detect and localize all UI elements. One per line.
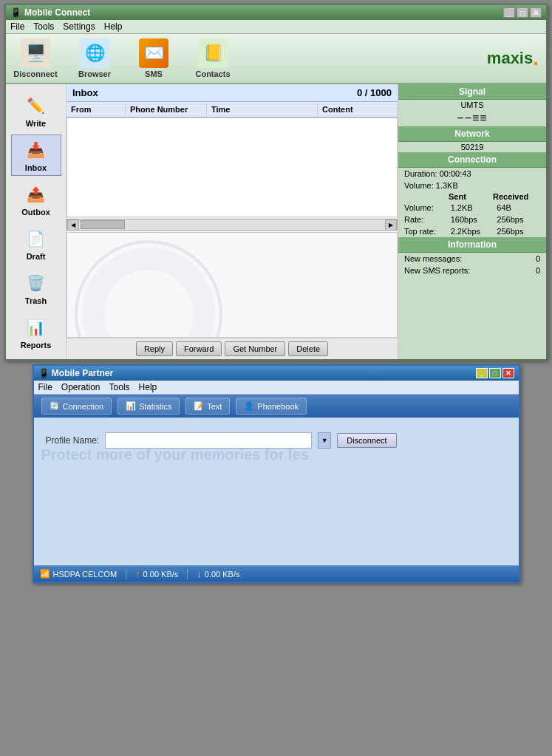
- win2-minimize-button[interactable]: _: [476, 368, 488, 378]
- duration-value: 00:00:43: [440, 169, 471, 178]
- win1-titlebar: 📱 Mobile Connect _ □ ✕: [6, 5, 546, 20]
- sidebar-inbox[interactable]: 📥 Inbox: [11, 134, 61, 176]
- win2-maximize-button[interactable]: □: [489, 368, 501, 378]
- volume-sent: 1.2KB: [451, 203, 494, 212]
- write-icon: ✏️: [23, 94, 50, 118]
- win2-title-buttons: _ □ ✕: [476, 368, 514, 378]
- inbox-label: Inbox: [25, 163, 47, 172]
- inbox-title: Inbox: [72, 87, 98, 98]
- menu-settings[interactable]: Settings: [63, 21, 95, 32]
- sidebar-trash[interactable]: 🗑️ Trash: [11, 268, 61, 309]
- download-speed: 0.00 KB/s: [205, 570, 240, 579]
- sidebar: ✏️ Write 📥 Inbox 📤 Outbox 📄 Draft 🗑️ Tra…: [6, 84, 67, 359]
- win2-title-icon: 📱: [38, 368, 50, 378]
- sidebar-reports[interactable]: 📊 Reports: [11, 312, 61, 353]
- scroll-thumb[interactable]: [81, 220, 125, 229]
- win2-body: Protect more of your memories for les Pr…: [34, 418, 519, 565]
- trash-icon: 🗑️: [23, 271, 50, 295]
- win2-disconnect-button[interactable]: Disconnect: [337, 433, 396, 448]
- download-icon: ↓: [197, 568, 202, 579]
- horizontal-scrollbar[interactable]: ◀ ▶: [67, 219, 398, 231]
- contacts-button[interactable]: 📒 Contacts: [191, 38, 235, 78]
- win1-title-text: Mobile Connect: [24, 7, 90, 18]
- sidebar-outbox[interactable]: 📤 Outbox: [11, 179, 61, 220]
- scroll-right-arrow[interactable]: ▶: [385, 219, 397, 231]
- win2-menu-file[interactable]: File: [38, 382, 52, 392]
- volume-total-row: Volume: 1.3KB: [398, 180, 546, 191]
- reports-icon: 📊: [23, 316, 50, 339]
- rate-received: 256bps: [497, 215, 540, 224]
- sms-button[interactable]: ✉️ SMS: [132, 38, 176, 78]
- win2-menu-operation[interactable]: Operation: [61, 382, 100, 392]
- profile-dropdown-arrow[interactable]: ▼: [318, 432, 331, 449]
- maxis-dot: .: [533, 48, 539, 69]
- win1-close-button[interactable]: ✕: [530, 7, 542, 18]
- delete-button[interactable]: Delete: [288, 341, 328, 356]
- win2-toolbar: 🔄 Connection 📊 Statistics 📝 Text 👤 Phone…: [34, 395, 519, 418]
- status-sep-1: [126, 569, 126, 579]
- win1-minimize-button[interactable]: _: [503, 7, 515, 18]
- tab-connection[interactable]: 🔄 Connection: [41, 398, 112, 415]
- sidebar-draft[interactable]: 📄 Draft: [11, 223, 61, 265]
- win2-statusbar: 📶 HSDPA CELCOM ↑ 0.00 KB/s ↓ 0.00 KB/s: [34, 565, 519, 582]
- sms-label: SMS: [145, 69, 163, 78]
- scroll-left-arrow[interactable]: ◀: [67, 219, 79, 231]
- profile-row: Profile Name: ▼ Disconnect: [46, 432, 507, 449]
- signal-bars: −−≡≡: [398, 110, 546, 126]
- connection-tab-icon: 🔄: [50, 401, 60, 411]
- inbox-icon: 📥: [23, 138, 50, 162]
- menu-help[interactable]: Help: [104, 21, 123, 32]
- toprate-row: Top rate: 2.2Kbps 256bps: [398, 225, 546, 237]
- right-panel: Signal UMTS −−≡≡ Network 50219 Connectio…: [398, 84, 546, 359]
- disconnect-button[interactable]: 🖥️ Disconnect: [13, 38, 58, 78]
- network-value: 50219: [398, 142, 546, 152]
- draft-icon: 📄: [23, 227, 50, 251]
- upload-speed: 0.00 KB/s: [143, 570, 179, 579]
- message-list[interactable]: [67, 118, 398, 217]
- network-header: Network: [398, 126, 546, 142]
- reply-button[interactable]: Reply: [136, 341, 173, 356]
- tab-statistics[interactable]: 📊 Statistics: [117, 398, 180, 415]
- menu-file[interactable]: File: [10, 21, 24, 32]
- tab-text[interactable]: 📝 Text: [185, 398, 230, 415]
- win2-title-left: 📱 Mobile Partner: [38, 368, 114, 378]
- statistics-tab-label: Statistics: [139, 402, 171, 411]
- mobile-partner-window: 📱 Mobile Partner _ □ ✕ File Operation To…: [33, 364, 520, 583]
- profile-name-input[interactable]: [105, 432, 312, 449]
- information-header: Information: [398, 237, 546, 253]
- toprate-received: 256bps: [497, 227, 540, 236]
- new-sms-value: 0: [536, 266, 540, 275]
- outbox-label: Outbox: [21, 208, 50, 217]
- win2-menu-help[interactable]: Help: [139, 382, 157, 392]
- win2-menu-tools[interactable]: Tools: [109, 382, 130, 392]
- forward-button[interactable]: Forward: [176, 341, 222, 356]
- network-name: HSDPA CELCOM: [53, 570, 117, 579]
- sidebar-write[interactable]: ✏️ Write: [11, 90, 61, 132]
- inbox-header: Inbox 0 / 1000: [67, 84, 398, 102]
- disconnect-icon: 🖥️: [21, 38, 50, 68]
- new-messages-row: New messages: 0: [398, 253, 546, 265]
- rate-row: Rate: 160bps 256bps: [398, 214, 546, 225]
- duration-row: Duration: 00:00:43: [398, 168, 546, 180]
- disconnect-label: Disconnect: [13, 69, 57, 78]
- upload-icon: ↑: [135, 568, 140, 579]
- phonebook-tab-icon: 👤: [244, 401, 254, 411]
- reports-label: Reports: [21, 341, 52, 350]
- win1-menubar: File Tools Settings Help: [6, 20, 546, 34]
- win1-main: ✏️ Write 📥 Inbox 📤 Outbox 📄 Draft 🗑️ Tra…: [6, 84, 546, 359]
- win2-close-button[interactable]: ✕: [502, 368, 514, 378]
- maxis-logo-text: maxis: [487, 49, 533, 68]
- menu-tools[interactable]: Tools: [33, 21, 54, 32]
- win1-maximize-button[interactable]: □: [517, 7, 528, 18]
- sent-col-header: [404, 192, 449, 201]
- browser-button[interactable]: 🌐 Browser: [72, 38, 117, 78]
- received-header: Received: [493, 192, 537, 201]
- new-sms-label: New SMS reports:: [404, 266, 470, 275]
- win2-titlebar: 📱 Mobile Partner _ □ ✕: [34, 366, 519, 381]
- new-sms-row: New SMS reports: 0: [398, 265, 546, 276]
- get-number-button[interactable]: Get Number: [225, 341, 285, 356]
- trash-label: Trash: [25, 296, 47, 305]
- sent-header: Sent: [449, 192, 493, 201]
- tab-phonebook[interactable]: 👤 Phonebook: [236, 398, 307, 415]
- win1-title-buttons: _ □ ✕: [503, 7, 542, 18]
